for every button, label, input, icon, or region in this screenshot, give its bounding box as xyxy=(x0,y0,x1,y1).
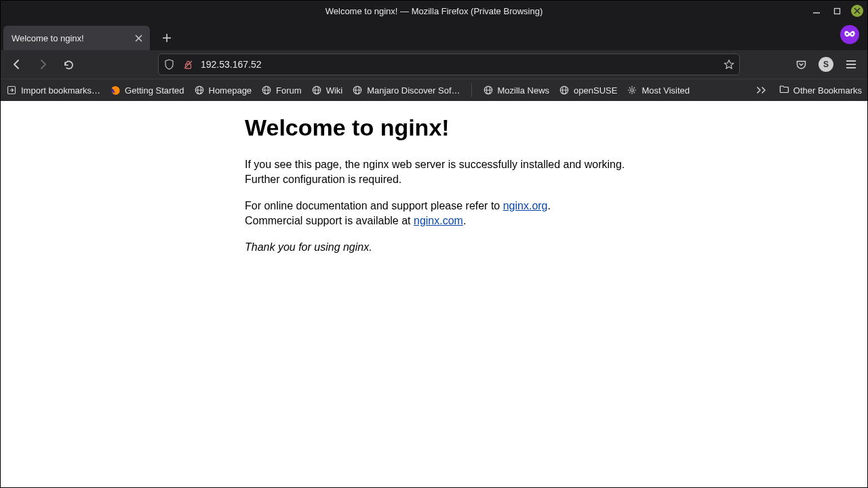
svg-line-3 xyxy=(854,8,860,14)
window-maximize-button[interactable] xyxy=(831,5,843,17)
p2-text-b: . xyxy=(548,200,551,211)
tab-close-button[interactable] xyxy=(132,32,144,44)
shield-icon[interactable] xyxy=(163,58,175,70)
other-bookmarks-button[interactable]: Other Bookmarks xyxy=(779,85,862,96)
bookmark-star-icon[interactable] xyxy=(723,58,735,70)
bookmark-homepage[interactable]: Homepage xyxy=(194,85,252,96)
link-nginx-com[interactable]: nginx.com xyxy=(414,215,463,226)
bookmark-wiki[interactable]: Wiki xyxy=(311,85,343,96)
url-text: 192.53.167.52 xyxy=(201,59,716,70)
bookmark-label: Wiki xyxy=(326,85,343,96)
bookmark-label: Homepage xyxy=(209,85,252,96)
svg-line-4 xyxy=(136,35,142,41)
pocket-button[interactable] xyxy=(790,54,812,75)
bookmarks-separator xyxy=(471,83,472,97)
bookmark-mozilla-news[interactable]: Mozilla News xyxy=(483,85,550,96)
page-viewport[interactable]: Welcome to nginx! If you see this page, … xyxy=(1,101,867,487)
page-heading: Welcome to nginx! xyxy=(245,115,652,141)
svg-point-8 xyxy=(846,33,848,35)
new-tab-button[interactable] xyxy=(157,28,177,48)
private-browsing-badge xyxy=(840,25,859,44)
svg-point-21 xyxy=(265,86,269,94)
back-button[interactable] xyxy=(6,54,28,75)
svg-rect-15 xyxy=(8,87,16,94)
window-minimize-button[interactable] xyxy=(810,5,823,17)
globe-icon xyxy=(559,85,570,96)
bookmark-manjaro-discover[interactable]: Manjaro Discover Sof… xyxy=(352,85,460,96)
svg-line-11 xyxy=(184,61,192,68)
bookmark-label: openSUSE xyxy=(574,85,617,96)
bookmark-getting-started[interactable]: Getting Started xyxy=(110,85,184,96)
bookmarks-overflow-button[interactable] xyxy=(753,82,770,98)
svg-rect-1 xyxy=(834,8,840,14)
globe-icon xyxy=(311,85,322,96)
nginx-welcome-content: Welcome to nginx! If you see this page, … xyxy=(245,115,652,255)
insecure-lock-icon[interactable] xyxy=(182,58,194,70)
svg-point-32 xyxy=(560,86,568,94)
svg-point-35 xyxy=(631,89,633,92)
globe-icon xyxy=(261,85,272,96)
svg-point-18 xyxy=(197,86,201,94)
link-nginx-org[interactable]: nginx.org xyxy=(503,200,548,211)
p2-text-a: For online documentation and support ple… xyxy=(245,200,503,211)
browser-tab[interactable]: Welcome to nginx! xyxy=(3,26,150,50)
account-button[interactable]: S xyxy=(818,57,833,72)
folder-icon xyxy=(779,85,789,96)
svg-point-17 xyxy=(195,86,203,94)
svg-rect-10 xyxy=(185,64,191,68)
bookmark-label: Mozilla News xyxy=(498,85,550,96)
window-close-button[interactable] xyxy=(851,5,863,17)
p3-text-a: Commercial support is available at xyxy=(245,215,414,226)
tab-strip: Welcome to nginx! xyxy=(1,21,867,50)
window-titlebar: Welcome to nginx! — Mozilla Firefox (Pri… xyxy=(1,1,867,21)
bookmark-forum[interactable]: Forum xyxy=(261,85,302,96)
import-bookmarks-button[interactable]: Import bookmarks… xyxy=(6,85,100,96)
app-menu-button[interactable] xyxy=(840,54,862,75)
bookmark-label: Most Visited xyxy=(642,85,690,96)
toolbar-right-icons: S xyxy=(790,54,862,75)
reload-button[interactable] xyxy=(58,54,79,75)
svg-point-30 xyxy=(486,86,490,94)
svg-point-23 xyxy=(313,86,320,94)
page-paragraph-2: For online documentation and support ple… xyxy=(245,199,652,228)
window-controls xyxy=(810,1,863,21)
navigation-toolbar: 192.53.167.52 S xyxy=(1,50,867,79)
p3-text-b: . xyxy=(463,215,466,226)
forward-button[interactable] xyxy=(32,54,54,75)
svg-line-5 xyxy=(136,35,142,41)
bookmark-label: Import bookmarks… xyxy=(21,85,100,96)
svg-point-16 xyxy=(111,86,119,94)
svg-point-9 xyxy=(851,33,853,35)
svg-point-26 xyxy=(354,86,361,94)
svg-line-2 xyxy=(854,8,860,14)
bookmark-label: Getting Started xyxy=(125,85,184,96)
svg-point-27 xyxy=(356,86,359,94)
gear-icon xyxy=(627,85,637,96)
globe-icon xyxy=(352,85,363,96)
svg-point-33 xyxy=(563,86,566,94)
globe-icon xyxy=(483,85,494,96)
page-paragraph-thankyou: Thank you for using nginx. xyxy=(245,240,652,255)
bookmark-opensuse[interactable]: openSUSE xyxy=(559,85,617,96)
bookmark-most-visited[interactable]: Most Visited xyxy=(627,85,690,96)
svg-point-29 xyxy=(484,86,492,94)
page-paragraph-1: If you see this page, the nginx web serv… xyxy=(245,157,652,186)
firefox-window: Welcome to nginx! — Mozilla Firefox (Pri… xyxy=(0,0,868,488)
bookmark-label: Manjaro Discover Sof… xyxy=(367,85,460,96)
account-initial: S xyxy=(823,60,829,69)
svg-point-20 xyxy=(262,86,270,94)
svg-point-24 xyxy=(315,86,318,94)
bookmark-label: Forum xyxy=(276,85,302,96)
window-title: Welcome to nginx! — Mozilla Firefox (Pri… xyxy=(326,6,543,16)
globe-icon xyxy=(194,85,205,96)
import-icon xyxy=(6,85,17,96)
firefox-icon xyxy=(110,85,121,96)
other-bookmarks-label: Other Bookmarks xyxy=(793,85,862,96)
bookmarks-toolbar: Import bookmarks… Getting Started Homepa… xyxy=(1,79,867,101)
tab-label: Welcome to nginx! xyxy=(12,33,127,43)
url-bar[interactable]: 192.53.167.52 xyxy=(158,54,740,75)
